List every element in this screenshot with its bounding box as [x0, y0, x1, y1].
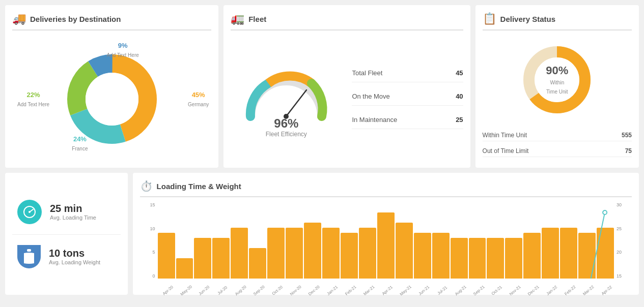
fleet-header: 🚛 Fleet [231, 12, 463, 30]
chart-header: ⏱️ Loading Time & Weight [140, 180, 632, 197]
x-label: Jun-21 [416, 283, 432, 298]
deliveries-title: Deliveries by Destination [30, 15, 121, 23]
x-label: Dec-21 [525, 283, 542, 298]
bar-item [322, 228, 340, 279]
ds-pct: 90% [546, 64, 568, 77]
fleet-stat-move: On the Move 40 [352, 93, 463, 106]
loading-time-item: 25 min Avg. Loading Time [12, 190, 121, 235]
bar-item [231, 228, 248, 279]
bar-item [487, 238, 504, 279]
svg-line-5 [286, 90, 306, 116]
fleet-stat-val-total: 45 [456, 69, 463, 77]
label-22pct: 22% Add Text Here [17, 90, 49, 108]
bar-item [267, 228, 285, 279]
deliveries-card: 🚚 Deliveries by Destination [5, 5, 218, 168]
loading-stats-card: 25 min Avg. Loading Time 10 tons Avg. Lo… [5, 173, 128, 295]
fleet-stat-val-maint: 25 [456, 116, 463, 124]
avg-time-value: 25 min [50, 203, 96, 214]
x-label: Aug-21 [453, 283, 469, 298]
bar-chart [158, 202, 614, 279]
x-axis-labels: Apr-20May-20Jun-20Jul-20Aug-20Sep-20Oct-… [158, 289, 614, 293]
ds-label-within: Within Time Unit [483, 132, 527, 139]
weight-icon [17, 245, 41, 268]
bar-item [414, 233, 431, 279]
x-label: Mar-22 [580, 283, 597, 298]
chart-card: ⏱️ Loading Time & Weight 151050 30252015… [133, 173, 639, 295]
fleet-stat-val-move: 40 [456, 93, 463, 100]
bottom-row: 25 min Avg. Loading Time 10 tons Avg. Lo… [5, 173, 639, 295]
x-label: Jun-20 [196, 283, 212, 298]
bar-item [304, 223, 321, 279]
ds-donut: 90% WithinTime Unit [519, 42, 595, 118]
avg-time-label: Avg. Loading Time [50, 214, 96, 221]
bar-item [469, 238, 486, 279]
label-24pct: 24% France [72, 134, 88, 152]
bar-item [176, 258, 193, 279]
fleet-stat-total: Total Fleet 45 [352, 69, 463, 82]
avg-weight-value: 10 tons [49, 248, 100, 259]
x-label: Apr-22 [599, 283, 615, 298]
bar-item [194, 238, 211, 279]
delivery-icon: 🚚 [12, 12, 26, 25]
fleet-title: Fleet [248, 15, 266, 23]
x-label: Sep-20 [251, 283, 267, 298]
bar-item [396, 223, 413, 279]
x-label: May-21 [398, 283, 414, 298]
chart-area: 151050 30252015 Apr-20May-20Jun-20Jul-20… [140, 202, 632, 296]
x-label: Oct-20 [269, 283, 286, 298]
ds-header: 📋 Delivery Status [483, 12, 632, 30]
fleet-stat-label-move: On the Move [352, 93, 389, 100]
x-label: Apr-21 [379, 283, 396, 298]
bar-item [158, 233, 175, 279]
bar-item [542, 228, 559, 279]
x-label: Nov-21 [507, 283, 523, 298]
fleet-icon: 🚛 [231, 12, 244, 25]
ds-stats: Within Time Unit 555 Out of Time Limit 7… [483, 130, 632, 157]
gauge-pct: 96% [274, 116, 298, 131]
x-label: Feb-22 [562, 283, 578, 298]
fleet-inner: 96% Fleet Efficiency Total Fleet 45 On t… [231, 36, 463, 163]
fleet-stat-label-maint: In Maintenance [352, 116, 397, 124]
x-label: Sep-21 [471, 283, 487, 298]
bar-item [286, 228, 303, 279]
bar-item [359, 228, 376, 279]
x-label: Dec-20 [306, 283, 322, 298]
dashboard: 🚚 Deliveries by Destination [5, 5, 639, 295]
clipboard-icon: 📋 [483, 12, 496, 25]
fleet-stats: Total Fleet 45 On the Move 40 In Mainten… [352, 69, 463, 129]
chart-title: Loading Time & Weight [157, 182, 241, 191]
bar-item [432, 233, 450, 279]
svg-point-11 [29, 211, 31, 213]
bar-item [377, 212, 395, 279]
x-label: Jan-21 [324, 283, 341, 298]
loading-weight-text: 10 tons Avg. Loading Weight [49, 248, 100, 265]
ds-label-out: Out of Time Limit [483, 147, 529, 155]
bar-item [560, 228, 577, 279]
avg-weight-label: Avg. Loading Weight [49, 259, 100, 265]
ds-val-within: 555 [622, 132, 632, 139]
top-row: 🚚 Deliveries by Destination [5, 5, 639, 168]
fleet-stat-label-total: Total Fleet [352, 69, 382, 77]
x-label: Apr-20 [160, 283, 176, 298]
label-45pct: 45% Germany [188, 90, 209, 108]
x-label: May-20 [178, 283, 194, 298]
bar-item [212, 238, 230, 279]
y-axis-right: 30252015 [617, 202, 629, 279]
svg-rect-12 [27, 249, 31, 252]
label-9pct: 9% Add Text Here [107, 41, 139, 59]
deliveries-header: 🚚 Deliveries by Destination [12, 12, 211, 30]
bar-item [249, 248, 266, 279]
donut-container: 9% Add Text Here 22% Add Text Here 45% G… [12, 36, 211, 163]
bar-item [341, 233, 358, 279]
x-label: Mar-21 [361, 283, 377, 298]
clock-icon: ⏱️ [140, 180, 153, 192]
y-axis-left: 151050 [143, 202, 155, 279]
bar-item [451, 238, 468, 279]
ds-val-out: 75 [625, 147, 632, 155]
loading-time-text: 25 min Avg. Loading Time [50, 203, 96, 221]
ds-inner: 90% WithinTime Unit Within Time Unit 555… [483, 36, 632, 163]
loading-weight-item: 10 tons Avg. Loading Weight [12, 235, 121, 279]
ds-sub: WithinTime Unit [546, 80, 568, 95]
bar-item [505, 238, 522, 279]
bar-item [597, 228, 614, 279]
